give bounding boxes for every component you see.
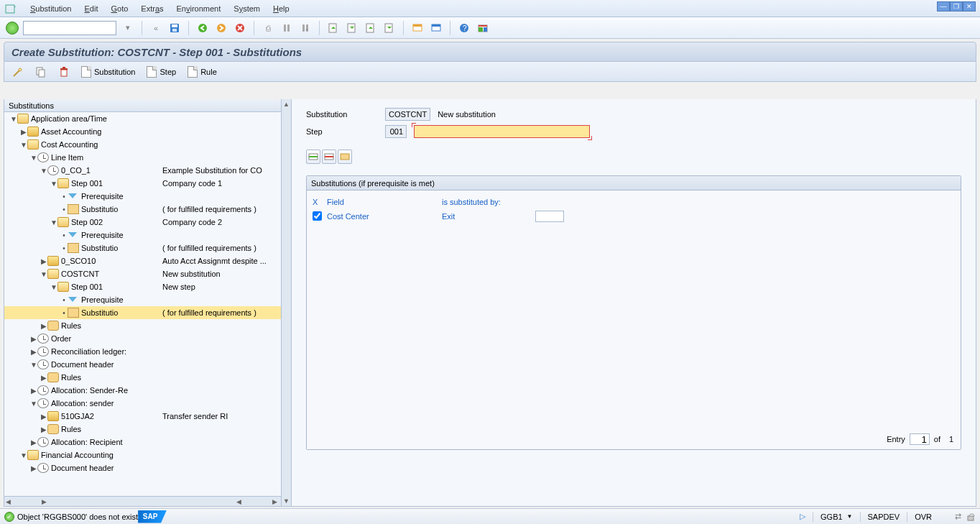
status-lock-icon[interactable] [966, 511, 976, 523]
tree-row[interactable]: ▶Order [4, 332, 281, 345]
scroll-up-icon[interactable]: ▲ [283, 101, 290, 108]
tree-expand-icon[interactable]: ▼ [50, 219, 57, 226]
tree-expand-icon[interactable]: ▶ [40, 426, 47, 433]
delete-row-button[interactable] [322, 150, 336, 164]
tree-expand-icon[interactable]: ▼ [10, 115, 17, 123]
menu-help[interactable]: Help [273, 4, 290, 13]
back-icon[interactable] [195, 21, 210, 35]
find-icon[interactable] [279, 21, 294, 35]
tree-row[interactable]: ▶Rules [4, 319, 281, 332]
row-checkbox[interactable] [313, 211, 322, 221]
scroll-right-icon[interactable]: ▶ [42, 498, 49, 505]
tree-expand-icon[interactable]: • [60, 193, 68, 201]
status-adjust-icon[interactable]: ⇄ [955, 512, 961, 521]
tree-row[interactable]: ▼Cost Accounting [4, 138, 281, 151]
print-icon[interactable]: ⎙ [261, 21, 275, 35]
tree-expand-icon[interactable]: ▶ [20, 128, 27, 136]
tree-expand-icon[interactable]: • [60, 296, 68, 304]
help-icon[interactable]: ? [457, 21, 471, 35]
save-button[interactable] [167, 21, 182, 35]
tree-row[interactable]: •Substitutio( for fulfilled requirements… [4, 203, 281, 216]
tree-row[interactable]: ▼Application area/Time [4, 112, 281, 125]
entry-value-input[interactable] [910, 433, 930, 445]
customize-layout-icon[interactable] [476, 21, 490, 35]
tree-row[interactable]: ▼Allocation: sender [4, 397, 281, 410]
tree-expand-icon[interactable]: • [60, 206, 68, 213]
tree-expand-icon[interactable]: ▼ [40, 270, 47, 278]
menu-environment[interactable]: Environment [177, 4, 221, 13]
tree-expand-icon[interactable]: ▶ [30, 438, 37, 446]
tree-row[interactable]: ▼Step 002Company code 2 [4, 216, 281, 229]
copy-button[interactable] [32, 64, 50, 80]
tree-expand-icon[interactable]: ▼ [50, 283, 57, 291]
tree-row[interactable]: ▼COSTCNTNew substitution [4, 267, 281, 280]
menu-edit[interactable]: Edit [85, 4, 98, 13]
row-field[interactable]: Cost Center [327, 212, 442, 221]
row-substituted-by[interactable]: Exit [442, 212, 535, 221]
tree-row[interactable]: ▶Rules [4, 371, 281, 384]
back-button[interactable]: « [149, 21, 163, 35]
tree-expand-icon[interactable]: • [60, 231, 68, 239]
last-page-icon[interactable] [382, 21, 397, 35]
menu-substitution[interactable]: Substitution [30, 4, 72, 13]
prev-page-icon[interactable] [345, 21, 359, 35]
tree-row[interactable]: ▼Line Item [4, 151, 281, 164]
maximize-button[interactable]: ❐ [950, 1, 963, 12]
tree-expand-icon[interactable]: ▼ [40, 167, 47, 175]
tree-expand-icon[interactable]: ▼ [20, 451, 27, 459]
status-nav-icon[interactable]: ▷ [800, 512, 805, 521]
first-page-icon[interactable] [326, 21, 341, 35]
tree-row[interactable]: ▼0_CO_1Example Substitution for CO [4, 164, 281, 177]
tree-expand-icon[interactable]: ▶ [40, 257, 47, 265]
tree-expand-icon[interactable]: ▶ [30, 387, 37, 395]
tree-expand-icon[interactable]: ▼ [30, 361, 37, 369]
scroll-left-icon[interactable]: ◀ [6, 498, 13, 505]
step-description-input[interactable] [414, 125, 590, 138]
tree-row[interactable]: •Prerequisite [4, 190, 281, 203]
create-rule-button[interactable]: Rule [184, 64, 221, 80]
tree-row[interactable]: ▶Allocation: Recipient [4, 436, 281, 449]
tree-expand-icon[interactable]: ▶ [40, 374, 47, 382]
tree-row[interactable]: ▼Step 001New step [4, 280, 281, 293]
tree-row[interactable]: ▶Reconciliation ledger: [4, 345, 281, 358]
create-substitution-button[interactable]: Substitution [78, 64, 139, 80]
menu-system[interactable]: System [234, 4, 260, 13]
enter-button[interactable] [6, 22, 19, 35]
menu-goto[interactable]: Goto [111, 4, 128, 13]
new-session-icon[interactable] [410, 21, 425, 35]
command-field[interactable] [23, 21, 116, 35]
find-next-icon[interactable]: + [298, 21, 313, 35]
close-button[interactable]: ✕ [963, 1, 976, 12]
tree-expand-icon[interactable]: ▶ [40, 413, 47, 420]
delete-button[interactable] [55, 64, 73, 80]
toggle-display-button[interactable] [9, 64, 27, 80]
tree-row[interactable]: ▶Document header [4, 461, 281, 474]
tree-expand-icon[interactable]: • [60, 309, 68, 317]
tree-body[interactable]: ▼Application area/Time▶Asset Accounting▼… [4, 112, 281, 496]
tree-expand-icon[interactable]: ▶ [30, 335, 37, 343]
minimize-button[interactable]: — [937, 1, 950, 12]
tree-expand-icon[interactable]: ▶ [30, 464, 37, 472]
tree-row[interactable]: ▼Step 001Company code 1 [4, 177, 281, 190]
tree-row[interactable]: •Prerequisite [4, 293, 281, 306]
insert-row-button[interactable] [306, 150, 320, 164]
cancel-icon[interactable] [233, 21, 247, 35]
scroll-down-icon[interactable]: ▼ [283, 497, 290, 505]
scroll-left-icon-2[interactable]: ◀ [236, 498, 244, 505]
menu-extras[interactable]: Extras [141, 4, 163, 13]
command-dropdown-icon[interactable]: ▾ [121, 21, 135, 35]
tree-row[interactable]: ▼Document header [4, 358, 281, 371]
exit-icon[interactable] [214, 21, 228, 35]
next-page-icon[interactable] [364, 21, 378, 35]
tree-expand-icon[interactable]: ▼ [50, 180, 57, 188]
tree-expand-icon[interactable]: ▶ [30, 348, 37, 356]
tree-row[interactable]: ▶Allocation: Sender-Re [4, 384, 281, 397]
tree-row[interactable]: ▶Asset Accounting [4, 125, 281, 138]
tree-row[interactable]: •Substitutio( for fulfilled requirements… [4, 306, 281, 319]
tree-expand-icon[interactable]: • [60, 244, 68, 252]
tree-hscroll[interactable]: ◀ ▶ ◀ ▶ [4, 496, 281, 506]
tree-expand-icon[interactable]: ▼ [30, 400, 37, 408]
tree-vscroll[interactable]: ▲ ▼ [281, 99, 291, 506]
tree-expand-icon[interactable]: ▶ [40, 322, 47, 330]
tree-row[interactable]: •Substitutio( for fulfilled requirements… [4, 242, 281, 254]
